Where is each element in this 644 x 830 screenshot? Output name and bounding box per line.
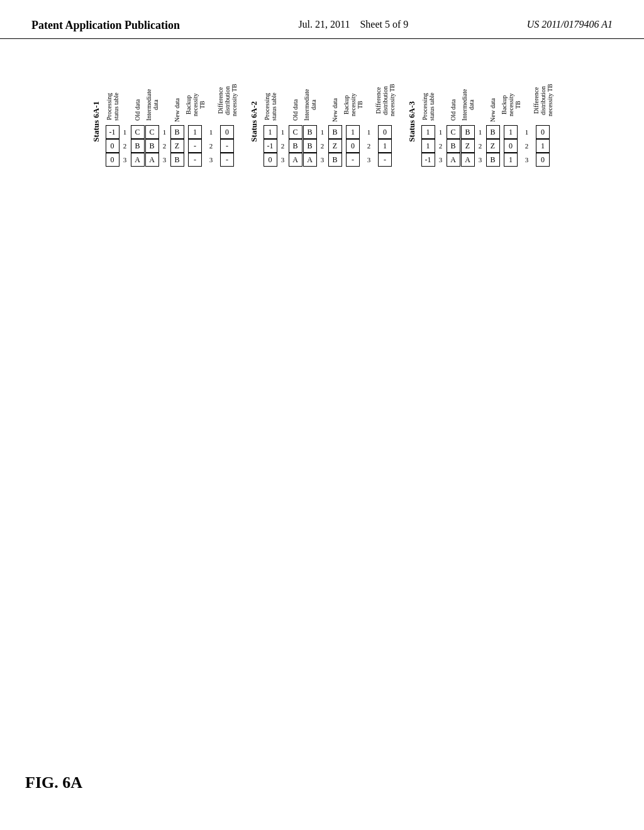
status-6a-3-idx-1: 2 [436,139,446,153]
status-6a-2-col-old-data-1: Old dataCBA [289,96,303,167]
status-6a-1-cell-0-0: -1 [106,125,119,139]
status-6a-3-idx-1: 2 [522,139,532,153]
status-6a-2-cell-0-1: -1 [264,139,277,153]
status-6a-3-idx-0: 1 [475,125,486,139]
status-6a-1-cell-3-0: B [170,125,184,139]
status-6a-2-idx-1: 2 [318,139,328,153]
status-6a-1-tables: Processing status table-100123Old dataCB… [106,77,238,167]
status-6a-2-cell-1-2: A [289,153,303,167]
status-6a-1-cell-5-1: - [220,139,234,153]
status-6a-1-cell-2-1: B [145,139,159,153]
status-6a-2-col-title-3: New data [331,96,338,124]
status-6a-3: Status 6A-3Processing status table11-112… [407,77,553,167]
status-6a-3-cell-1-0: C [447,125,460,139]
status-6a-2-cell-3-2: B [328,153,342,167]
status-6a-2-col-intermediate-data-2: Intermediate dataBBA [303,86,317,167]
status-6a-3-idx-2: 3 [436,153,446,167]
status-6a-1-cell-1-2: A [131,153,145,167]
status-6a-2-idx-2: 3 [364,153,374,167]
status-6a-3-col-title-2: Intermediate data [461,86,475,124]
status-6a-1-cell-0-2: 0 [106,153,119,167]
header-date: Jul. 21, 2011 [298,19,350,30]
status-6a-2-cell-4-1: 0 [346,139,360,153]
status-6a-1-idx-1: 2 [160,139,170,153]
status-6a-2-cell-2-1: B [303,139,317,153]
status-6a-2-cell-3-0: B [328,125,342,139]
status-6a-1-col-title-1: Old data [134,96,141,124]
figure-6a-content: Status 6A-1Processing status table-10012… [0,39,644,179]
status-6a-3-index-col-2: 123 [475,87,486,167]
spacer [475,87,486,125]
header-sheet: Sheet 5 of 9 [360,19,408,30]
status-6a-1-idx-2: 3 [120,153,130,167]
status-6a-3-cell-3-1: Z [486,139,500,153]
status-6a-3-col-title-3: New data [489,96,496,124]
status-6a-3-cell-2-0: B [461,125,475,139]
status-6a-1-col-backup-necessity-tb-4: Backup necessity TB1-- [185,86,206,167]
header-center: Jul. 21, 2011 Sheet 5 of 9 [298,19,408,30]
status-6a-2-idx-2: 3 [318,153,328,167]
spacer [206,87,216,125]
status-6a-3-cell-1-2: A [447,153,460,167]
status-6a-3-cell-2-1: Z [461,139,475,153]
status-6a-2-col-title-4: Backup necessity TB [343,86,364,124]
spacer [436,91,446,125]
status-6a-2-idx-0: 1 [364,125,374,139]
status-6a-2-cell-2-0: B [303,125,317,139]
status-6a-2-cell-1-0: C [289,125,303,139]
status-6a-3-idx-2: 3 [522,153,532,167]
status-6a-2-cell-4-0: 1 [346,125,360,139]
spacer [364,87,374,125]
status-6a-3-col-title-1: Old data [450,96,457,124]
status-6a-2-cell-5-2: - [378,153,392,167]
status-6a-2-idx-1: 2 [278,139,288,153]
figure-label: FIG. 6A [25,773,82,792]
spacer [160,87,170,125]
spacer [522,87,532,125]
status-6a-1-index-col-0: 123 [120,91,130,167]
status-6a-1-cell-2-2: A [145,153,159,167]
status-6a-1-label: Status 6A-1 [91,101,101,142]
status-6a-2-col-new-data-3: New dataBZB [328,96,342,167]
status-6a-1-col-title-5: Difference distribution necessity TB [217,77,238,124]
status-6a-3-label: Status 6A-3 [407,101,417,142]
status-6a-1-index-col-2: 123 [160,87,170,167]
status-6a-3-cell-4-2: 1 [504,153,518,167]
status-6a-2-cell-5-1: 1 [378,139,392,153]
status-6a-1-idx-1: 2 [206,139,216,153]
status-6a-1-col-new-data-3: New dataBZB [170,96,184,167]
spacer [278,91,288,125]
status-6a-3-col-title-4: Backup necessity TB [501,86,521,124]
status-6a-3-cell-0-1: 1 [421,139,435,153]
status-6a-3-idx-0: 1 [436,125,446,139]
status-6a-3-col-title-0: Processing status table [421,89,435,124]
status-6a-1-cell-2-0: C [145,125,159,139]
status-6a-1-idx-1: 2 [120,139,130,153]
status-6a-3-col-backup-necessity-tb-4: Backup necessity TB101 [501,86,521,167]
status-6a-3-cell-1-1: B [447,139,460,153]
status-6a-1-cell-3-2: B [170,153,184,167]
status-6a-1-col-title-0: Processing status table [106,89,119,124]
status-6a-2-col-title-0: Processing status table [264,89,277,124]
status-6a-1-col-title-3: New data [174,96,180,124]
status-6a-1-cell-1-0: C [131,125,145,139]
status-6a-2-col-difference-distribution-necessity-tb-5: Difference distribution necessity TB01- [375,77,396,167]
status-6a-2-cell-2-2: A [303,153,317,167]
status-6a-3-cell-4-0: 1 [504,125,518,139]
status-6a-2-cell-3-1: Z [328,139,342,153]
status-6a-1-index-col-4: 123 [206,87,216,167]
status-6a-1-col-old-data-1: Old dataCBA [131,96,145,167]
status-6a-1: Status 6A-1Processing status table-10012… [91,77,238,167]
status-6a-1-idx-0: 1 [120,125,130,139]
status-6a-1-col-difference-distribution-necessity-tb-5: Difference distribution necessity TB0-- [217,77,238,167]
status-6a-1-idx-0: 1 [160,125,170,139]
status-6a-3-cell-0-0: 1 [421,125,435,139]
status-6a-3-cell-5-1: 1 [536,139,550,153]
status-6a-2-idx-1: 2 [364,139,374,153]
status-6a-3-idx-0: 1 [522,125,532,139]
status-6a-1-cell-4-0: 1 [188,125,202,139]
status-6a-3-cell-3-0: B [486,125,500,139]
status-6a-1-col-intermediate-data-2: Intermediate dataCBA [145,86,159,167]
status-6a-2-tables: Processing status table1-10123Old dataCB… [264,77,396,167]
status-6a-2-cell-4-2: - [346,153,360,167]
